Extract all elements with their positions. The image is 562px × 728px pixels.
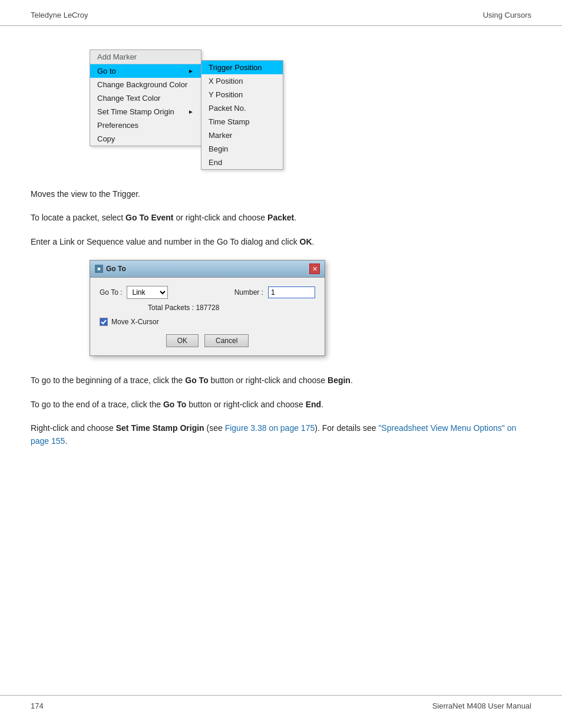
goto-dialog: ■ Go To ✕ Go To : Link Number : Total Pa… [90,260,325,356]
submenu-marker[interactable]: Marker [201,129,283,142]
enter-link-para: Enter a Link or Sequence value and numbe… [31,235,531,248]
goto-select[interactable]: Link [127,286,168,299]
submenu-end[interactable]: End [201,156,283,169]
dialog-goto-row: Go To : Link Number : [100,286,315,299]
beginning-para: To go to the beginning of a trace, click… [31,374,531,387]
submenu-x-position[interactable]: X Position [201,74,283,88]
move-x-cursor-checkbox[interactable] [100,318,108,326]
total-packets-row: Total Packets : 187728 [100,304,315,312]
trigger-description: Moves the view to the Trigger. [31,187,531,200]
cancel-button[interactable]: Cancel [204,334,249,347]
dialog-area: ■ Go To ✕ Go To : Link Number : Total Pa… [90,260,531,356]
submenu-y-position[interactable]: Y Position [201,88,283,101]
timestamp-para: Right-click and choose Set Time Stamp Or… [31,421,531,448]
dialog-buttons: OK Cancel [100,334,315,347]
header-right: Using Cursors [483,11,531,19]
dialog-close-button[interactable]: ✕ [309,263,320,274]
goto-label: Go To : [100,288,122,297]
menu-item-add-marker[interactable]: Add Marker [90,50,201,64]
dialog-body: Go To : Link Number : Total Packets : 18… [90,278,325,355]
footer-manual-name: SierraNet M408 User Manual [432,701,531,710]
context-menu: Add Marker Go to ► Change Background Col… [90,50,201,146]
end-para: To go to the end of a trace, click the G… [31,398,531,411]
menu-item-change-bg-color[interactable]: Change Background Color [90,78,201,91]
menu-item-copy[interactable]: Copy [90,132,201,146]
header-left: Teledyne LeCroy [31,11,88,19]
main-content: Add Marker Go to ► Change Background Col… [0,26,562,482]
locate-packet-para: To locate a packet, select Go To Event o… [31,211,531,224]
goto-arrow-icon: ► [188,68,194,74]
dialog-titlebar: ■ Go To ✕ [90,261,325,278]
move-x-cursor-row: Move X-Cursor [100,318,315,326]
dialog-title-icon: ■ [95,265,103,273]
submenu: Trigger Position X Position Y Position P… [201,60,283,170]
ok-button[interactable]: OK [166,334,199,347]
timestamp-arrow-icon: ► [188,108,194,115]
menu-item-set-timestamp[interactable]: Set Time Stamp Origin ► [90,105,201,118]
menu-item-change-text-color[interactable]: Change Text Color [90,91,201,105]
page-header: Teledyne LeCroy Using Cursors [0,0,562,26]
submenu-begin[interactable]: Begin [201,142,283,156]
total-label: Total Packets : [148,304,194,312]
submenu-packet-no[interactable]: Packet No. [201,101,283,115]
move-x-cursor-label: Move X-Cursor [111,318,159,326]
page-footer: 174 SierraNet M408 User Manual [0,695,562,716]
total-value: 187728 [196,304,219,312]
menu-item-preferences[interactable]: Preferences [90,118,201,132]
menu-item-goto[interactable]: Go to ► [90,64,201,78]
figure-link[interactable]: Figure 3.38 on page 175 [225,423,315,433]
footer-page-number: 174 [31,701,44,710]
number-input[interactable] [268,286,315,298]
context-menu-area: Add Marker Go to ► Change Background Col… [90,50,531,170]
submenu-time-stamp[interactable]: Time Stamp [201,115,283,129]
number-label: Number : [234,288,263,297]
dialog-title: ■ Go To [95,265,126,273]
submenu-trigger-position[interactable]: Trigger Position [201,61,283,74]
